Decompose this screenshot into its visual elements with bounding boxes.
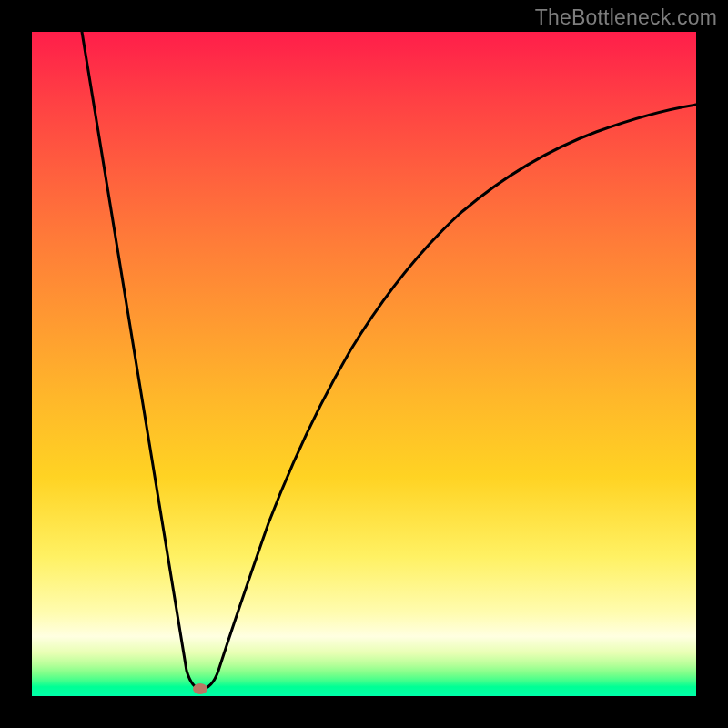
- bottleneck-curve: [32, 32, 696, 696]
- curve-path: [82, 32, 696, 689]
- watermark-text: TheBottleneck.com: [535, 5, 717, 30]
- optimal-point-marker: [193, 683, 207, 694]
- chart-frame: TheBottleneck.com: [0, 0, 728, 728]
- plot-area: [32, 32, 696, 696]
